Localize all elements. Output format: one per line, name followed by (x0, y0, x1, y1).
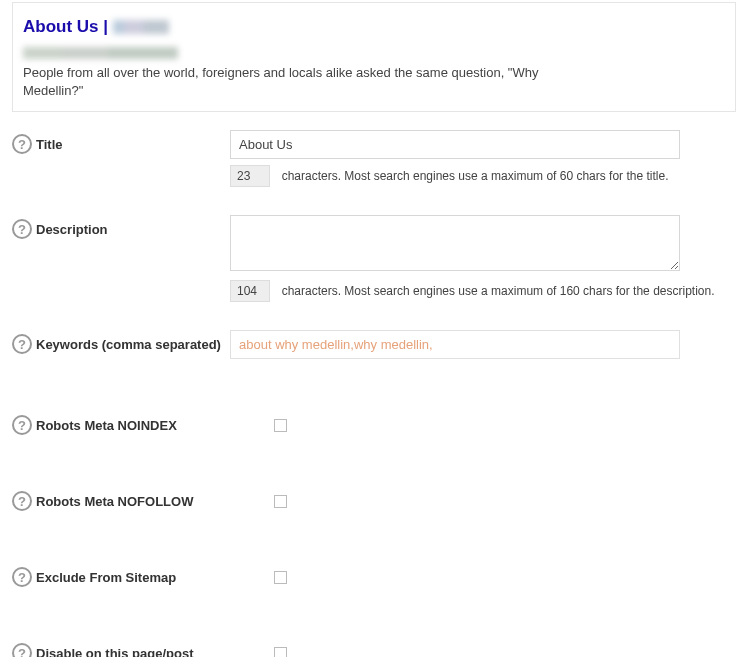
disable-checkbox[interactable] (274, 647, 287, 657)
title-label: Title (36, 137, 63, 152)
description-char-msg: characters. Most search engines use a ma… (282, 284, 715, 298)
help-icon[interactable]: ? (12, 219, 32, 239)
seo-preview-card: About Us | People from all over the worl… (12, 2, 736, 112)
exclude-sitemap-checkbox[interactable] (274, 571, 287, 584)
preview-title-blur (113, 20, 169, 34)
noindex-label: Robots Meta NOINDEX (36, 418, 177, 433)
noindex-checkbox[interactable] (274, 419, 287, 432)
nofollow-checkbox[interactable] (274, 495, 287, 508)
title-char-msg: characters. Most search engines use a ma… (282, 169, 669, 183)
preview-description: People from all over the world, foreigne… (23, 64, 563, 99)
row-disable: ? Disable on this page/post (12, 643, 738, 657)
keywords-input[interactable] (230, 330, 680, 359)
help-icon[interactable]: ? (12, 334, 32, 354)
preview-url (23, 47, 725, 62)
preview-title: About Us | (23, 17, 725, 37)
description-input[interactable] (230, 215, 680, 271)
help-icon[interactable]: ? (12, 567, 32, 587)
help-icon[interactable]: ? (12, 415, 32, 435)
help-icon[interactable]: ? (12, 643, 32, 657)
row-keywords: ? Keywords (comma separated) (12, 330, 738, 359)
help-icon[interactable]: ? (12, 491, 32, 511)
preview-title-prefix: About Us | (23, 17, 113, 36)
row-description: ? Description (12, 215, 738, 274)
row-title-counter: 23 characters. Most search engines use a… (12, 165, 738, 187)
description-label: Description (36, 222, 108, 237)
seo-form: ? Title 23 characters. Most search engin… (0, 130, 748, 657)
nofollow-label: Robots Meta NOFOLLOW (36, 494, 193, 509)
disable-label: Disable on this page/post (36, 646, 193, 657)
row-noindex: ? Robots Meta NOINDEX (12, 415, 738, 435)
row-title: ? Title (12, 130, 738, 159)
keywords-label: Keywords (comma separated) (36, 337, 221, 352)
preview-url-blur (23, 47, 178, 59)
title-input[interactable] (230, 130, 680, 159)
help-icon[interactable]: ? (12, 134, 32, 154)
row-description-counter: 104 characters. Most search engines use … (12, 280, 738, 302)
description-char-count: 104 (230, 280, 270, 302)
exclude-label: Exclude From Sitemap (36, 570, 176, 585)
row-nofollow: ? Robots Meta NOFOLLOW (12, 491, 738, 511)
title-char-count: 23 (230, 165, 270, 187)
row-exclude-sitemap: ? Exclude From Sitemap (12, 567, 738, 587)
